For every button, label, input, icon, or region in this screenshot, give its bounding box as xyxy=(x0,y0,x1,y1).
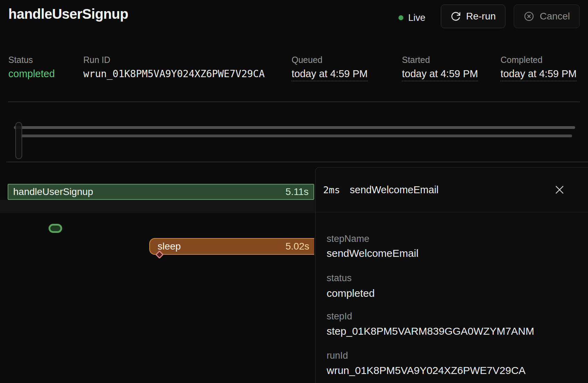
status-value: completed xyxy=(8,68,55,80)
timeline-top-border xyxy=(6,162,588,162)
stepid-field-value: step_01K8PM5VARM839GGA0WZYM7ANM xyxy=(327,325,534,337)
function-bar-label: handleUserSignup xyxy=(13,186,93,197)
step-detail-panel: 2ms sendWelcomeEmail stepName sendWelcom… xyxy=(315,167,588,383)
started-label: Started xyxy=(402,55,430,65)
live-label: Live xyxy=(408,13,426,23)
runid-field-value: wrun_01K8PM5VA9Y024XZ6PWE7V29CA xyxy=(327,365,526,376)
stepid-field-label: stepId xyxy=(327,311,352,322)
run-id-label: Run ID xyxy=(83,55,110,65)
queued-value[interactable]: today at 4:59 PM xyxy=(292,68,368,81)
started-value[interactable]: today at 4:59 PM xyxy=(402,68,478,81)
trace-bar-function[interactable]: handleUserSignup 5.11s xyxy=(8,184,314,200)
function-bar-duration: 5.11s xyxy=(286,186,309,197)
cancel-button[interactable]: Cancel xyxy=(514,5,580,28)
header-divider xyxy=(8,101,580,102)
minimap-brush-handle[interactable] xyxy=(15,122,22,159)
minimap-function-bar[interactable] xyxy=(14,126,575,129)
status-field-label: status xyxy=(327,273,352,284)
status-label: Status xyxy=(8,55,33,65)
sleep-bar-duration: 5.02s xyxy=(286,241,310,252)
minimap-sleep-bar[interactable] xyxy=(21,135,572,137)
status-field-value: completed xyxy=(327,287,375,299)
live-status: Live xyxy=(398,11,426,24)
rerun-button[interactable]: Re-run xyxy=(441,5,505,28)
trace-step-pill-sendwelcomeemail[interactable] xyxy=(49,224,62,233)
queued-label: Queued xyxy=(292,55,322,65)
step-duration-badge: 2ms xyxy=(323,185,340,195)
runid-field-label: runId xyxy=(327,350,348,361)
completed-value[interactable]: today at 4:59 PM xyxy=(501,68,577,81)
run-detail-page: handleUserSignup Live Re-run Cancel Stat… xyxy=(0,0,588,383)
step-panel-title: sendWelcomeEmail xyxy=(350,184,439,196)
run-id-value: wrun_01K8PM5VA9Y024XZ6PWE7V29CA xyxy=(83,68,265,80)
stepname-field-label: stepName xyxy=(327,234,369,244)
refresh-icon xyxy=(451,11,461,22)
page-title: handleUserSignup xyxy=(8,6,128,22)
close-icon xyxy=(554,184,565,197)
rerun-button-label: Re-run xyxy=(466,11,496,22)
completed-label: Completed xyxy=(501,55,543,65)
trace-bar-sleep[interactable]: sleep 5.02s xyxy=(149,238,314,255)
stepname-field-value: sendWelcomeEmail xyxy=(327,247,419,259)
cancel-button-label: Cancel xyxy=(540,11,570,22)
panel-header-divider xyxy=(316,212,588,212)
timeline-row-highlight xyxy=(0,200,315,213)
cancel-circle-x-icon xyxy=(523,11,535,22)
close-panel-button[interactable] xyxy=(553,184,566,196)
step-panel-header: 2ms sendWelcomeEmail xyxy=(316,168,588,212)
sleep-bar-label: sleep xyxy=(158,241,181,252)
live-dot-icon xyxy=(398,15,403,20)
